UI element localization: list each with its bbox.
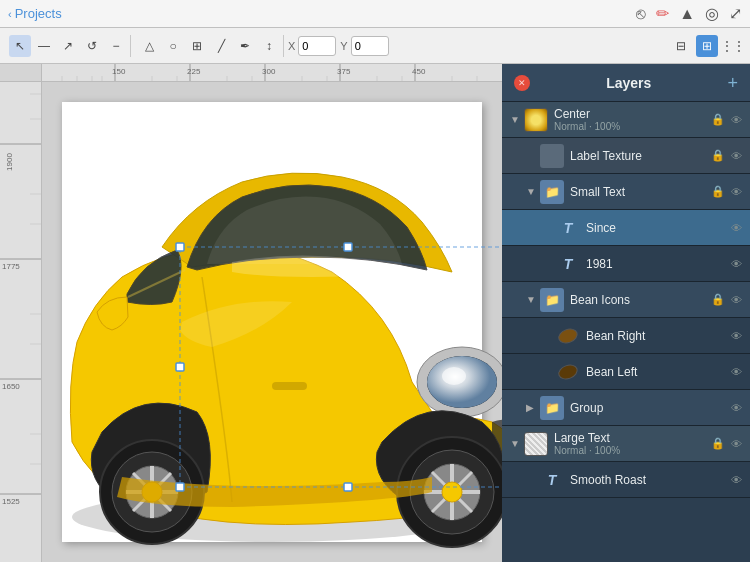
pencil-icon[interactable]: ✏ bbox=[656, 4, 669, 23]
layer-item-center[interactable]: ▼ Center Normal · 100% 🔒 👁 bbox=[502, 102, 750, 138]
icon-smooth-roast: T bbox=[540, 468, 564, 492]
svg-text:225: 225 bbox=[187, 67, 201, 76]
projects-label: Projects bbox=[15, 6, 62, 21]
layer-actions-smooth-roast: 👁 bbox=[731, 474, 742, 486]
layer-item-bean-right[interactable]: ▶ Bean Right 👁 bbox=[502, 318, 750, 354]
shape-btn[interactable]: △ bbox=[138, 35, 160, 57]
ruler-corner bbox=[0, 64, 42, 82]
layers-add-button[interactable]: + bbox=[727, 74, 738, 92]
layer-item-small-text[interactable]: ▼ 📁 Small Text 🔒 👁 bbox=[502, 174, 750, 210]
layer-name-bean-left: Bean Left bbox=[586, 365, 731, 379]
layer-actions-since: 👁 bbox=[731, 222, 742, 234]
grid-btn[interactable]: ⊞ bbox=[186, 35, 208, 57]
y-coord-field: Y bbox=[340, 36, 388, 56]
y-input[interactable] bbox=[351, 36, 389, 56]
layer-name-label-texture: Label Texture bbox=[570, 149, 711, 163]
eye-icon-bean-right[interactable]: 👁 bbox=[731, 330, 742, 342]
layer-item-bean-left[interactable]: ▶ Bean Left 👁 bbox=[502, 354, 750, 390]
layer-name-1981: 1981 bbox=[586, 257, 731, 271]
expand-icon-large-text[interactable]: ▼ bbox=[510, 438, 524, 449]
layer-item-label-texture[interactable]: ▶ Label Texture 🔒 👁 bbox=[502, 138, 750, 174]
projects-button[interactable]: ‹ Projects bbox=[8, 6, 62, 21]
layer-name-large-text: Large Text bbox=[554, 431, 711, 445]
svg-text:1775: 1775 bbox=[2, 262, 20, 271]
layers-close-button[interactable]: ✕ bbox=[514, 75, 530, 91]
layer-actions-bean-left: 👁 bbox=[731, 366, 742, 378]
svg-text:1900: 1900 bbox=[5, 153, 14, 171]
layer-actions-small-text: 🔒 👁 bbox=[711, 185, 742, 198]
svg-rect-64 bbox=[176, 243, 184, 251]
svg-rect-41 bbox=[272, 382, 307, 390]
icon-bean-left bbox=[556, 360, 580, 384]
grid-view-btn[interactable]: ⊟ bbox=[670, 35, 692, 57]
top-bar-right: ⎋ ✏ ▲ ◎ ⤢ bbox=[636, 4, 742, 23]
layer-name-small-text: Small Text bbox=[570, 185, 711, 199]
layer-item-large-text[interactable]: ▼ Large Text Normal · 100% 🔒 👁 bbox=[502, 426, 750, 462]
share-icon[interactable]: ⎋ bbox=[636, 5, 646, 23]
eye-icon-center[interactable]: 👁 bbox=[731, 114, 742, 126]
layer-item-bean-icons[interactable]: ▼ 📁 Bean Icons 🔒 👁 bbox=[502, 282, 750, 318]
eye-icon-bean-icons[interactable]: 👁 bbox=[731, 294, 742, 306]
eye-icon-large-text[interactable]: 👁 bbox=[731, 438, 742, 450]
toolbar: ↖ — ↗ ↺ − △ ○ ⊞ ╱ ✒ ↕ X Y ⊟ ⊞ ⋮⋮ bbox=[0, 28, 750, 64]
eye-icon-small-text[interactable]: 👁 bbox=[731, 186, 742, 198]
resize-icon[interactable]: ⤢ bbox=[729, 4, 742, 23]
layer-item-since[interactable]: ▶ T Since 👁 bbox=[502, 210, 750, 246]
svg-text:375: 375 bbox=[337, 67, 351, 76]
cursor-btn[interactable]: ↗ bbox=[57, 35, 79, 57]
thumbnail-large-text bbox=[524, 432, 548, 456]
snap-btn[interactable]: ⊞ bbox=[696, 35, 718, 57]
expand-icon-center[interactable]: ▼ bbox=[510, 114, 524, 125]
car-illustration bbox=[42, 102, 502, 562]
eye-icon-group[interactable]: 👁 bbox=[731, 402, 742, 414]
eye-icon-bean-left[interactable]: 👁 bbox=[731, 366, 742, 378]
canvas-page bbox=[62, 102, 482, 542]
arrow-btn[interactable]: ↕ bbox=[258, 35, 280, 57]
ruler-left-svg: 1900 1775 1650 1525 bbox=[0, 64, 42, 544]
svg-rect-67 bbox=[176, 363, 184, 371]
layer-item-group[interactable]: ▶ 📁 Group 👁 bbox=[502, 390, 750, 426]
layers-title: Layers bbox=[606, 75, 651, 91]
eye-icon-1981[interactable]: 👁 bbox=[731, 258, 742, 270]
icon-small-text: 📁 bbox=[540, 180, 564, 204]
pen-btn[interactable]: ✒ bbox=[234, 35, 256, 57]
expand-icon-small-text[interactable]: ▼ bbox=[526, 186, 540, 197]
layer-actions-bean-icons: 🔒 👁 bbox=[711, 293, 742, 306]
x-input[interactable] bbox=[298, 36, 336, 56]
svg-text:1650: 1650 bbox=[2, 382, 20, 391]
layer-item-smooth-roast[interactable]: ▶ T Smooth Roast 👁 bbox=[502, 462, 750, 498]
eye-icon-since[interactable]: 👁 bbox=[731, 222, 742, 234]
eye-icon-smooth-roast[interactable]: 👁 bbox=[731, 474, 742, 486]
lock-icon-label-texture[interactable]: 🔒 bbox=[711, 149, 725, 162]
ellipse-btn[interactable]: ○ bbox=[162, 35, 184, 57]
layer-actions-large-text: 🔒 👁 bbox=[711, 437, 742, 450]
layout-btn[interactable]: ⋮⋮ bbox=[722, 35, 744, 57]
line-btn[interactable]: ╱ bbox=[210, 35, 232, 57]
circle-icon[interactable]: ◎ bbox=[705, 4, 719, 23]
minus2-btn[interactable]: − bbox=[105, 35, 127, 57]
layer-name-since: Since bbox=[586, 221, 731, 235]
icon-1981: T bbox=[556, 252, 580, 276]
lock-icon-large-text[interactable]: 🔒 bbox=[711, 437, 725, 450]
select-tool-btn[interactable]: ↖ bbox=[9, 35, 31, 57]
layers-header: ✕ Layers + bbox=[502, 64, 750, 102]
minus-btn[interactable]: — bbox=[33, 35, 55, 57]
eye-icon-label-texture[interactable]: 👁 bbox=[731, 150, 742, 162]
svg-point-54 bbox=[442, 482, 462, 502]
layer-info-bean-icons: Bean Icons bbox=[570, 293, 711, 307]
shape-icon[interactable]: ▲ bbox=[679, 5, 695, 23]
expand-icon-group[interactable]: ▶ bbox=[526, 402, 540, 413]
lock-icon-bean-icons[interactable]: 🔒 bbox=[711, 293, 725, 306]
layer-name-group: Group bbox=[570, 401, 731, 415]
layer-name-bean-icons: Bean Icons bbox=[570, 293, 711, 307]
y-label: Y bbox=[340, 40, 347, 52]
layer-info-smooth-roast: Smooth Roast bbox=[570, 473, 731, 487]
lock-icon-center[interactable]: 🔒 bbox=[711, 113, 725, 126]
lock-icon-small-text[interactable]: 🔒 bbox=[711, 185, 725, 198]
toolbar-right-group: ⊟ ⊞ ⋮⋮ bbox=[670, 35, 744, 57]
top-bar-left: ‹ Projects bbox=[8, 6, 636, 21]
expand-icon-bean-icons[interactable]: ▼ bbox=[526, 294, 540, 305]
layer-item-1981[interactable]: ▶ T 1981 👁 bbox=[502, 246, 750, 282]
layers-list: ▼ Center Normal · 100% 🔒 👁 ▶ Label Textu… bbox=[502, 102, 750, 562]
refresh-btn[interactable]: ↺ bbox=[81, 35, 103, 57]
